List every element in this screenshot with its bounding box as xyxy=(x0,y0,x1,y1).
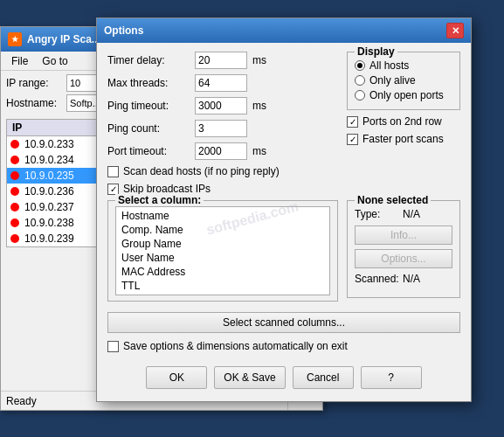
save-option-label: Save options & dimensions automatically … xyxy=(123,340,348,352)
ok-button[interactable]: OK xyxy=(146,366,207,389)
col-comp-name[interactable]: Comp. Name xyxy=(116,223,329,237)
status-dot xyxy=(10,171,19,180)
select-scanned-button[interactable]: Select scanned columns... xyxy=(107,312,460,333)
save-option-checkbox[interactable] xyxy=(107,341,119,352)
skip-broadcast-checkbox-row[interactable]: Skip broadcast IPs xyxy=(107,183,460,195)
ip-cell: 10.9.0.234 xyxy=(24,154,74,166)
scanned-value: N/A xyxy=(403,273,420,285)
faster-port-scans-checkbox-row[interactable]: Faster port scans xyxy=(347,133,460,145)
ping-count-input[interactable] xyxy=(195,120,247,137)
display-group-title: Display xyxy=(355,45,397,58)
radio-only-alive[interactable]: Only alive xyxy=(355,74,452,87)
max-threads-row: Max threads: xyxy=(107,74,338,92)
timer-delay-label: Timer delay: xyxy=(107,54,195,66)
bg-app-title: Angry IP Sca... xyxy=(27,33,100,45)
port-timeout-label: Port timeout: xyxy=(107,145,195,157)
ip-range-label: IP range: xyxy=(6,77,63,89)
status-dot xyxy=(10,156,19,164)
display-group: Display All hosts Only alive Only open p… xyxy=(347,52,460,110)
radio-all-hosts-label: All hosts xyxy=(369,59,409,72)
scan-dead-checkbox[interactable] xyxy=(107,166,119,177)
dialog-title: Options xyxy=(104,24,143,37)
none-selected-section: None selected Type: N/A Info... Options.… xyxy=(347,200,460,307)
radio-only-open[interactable]: Only open ports xyxy=(355,89,452,101)
col-ttl[interactable]: TTL xyxy=(116,279,329,293)
col-group-name[interactable]: Group Name xyxy=(116,237,329,251)
ip-cell: 10.9.0.239 xyxy=(24,232,74,245)
col-mac-address[interactable]: MAC Address xyxy=(116,265,329,279)
ping-count-row: Ping count: xyxy=(107,120,338,137)
bottom-buttons: OK OK & Save Cancel ? xyxy=(107,359,460,392)
radio-only-open-label: Only open ports xyxy=(369,89,444,101)
help-button[interactable]: ? xyxy=(361,366,422,389)
dialog-body: Timer delay: ms Max threads: Ping timeou… xyxy=(97,43,471,401)
ports-2nd-row-label: Ports on 2nd row xyxy=(362,115,442,128)
close-button[interactable]: ✕ xyxy=(446,23,464,38)
status-dot xyxy=(10,187,19,196)
timer-delay-unit: ms xyxy=(252,54,266,66)
port-timeout-input[interactable] xyxy=(195,142,247,160)
column-list-section: Select a column: Hostname Comp. Name Gro… xyxy=(107,200,338,307)
cancel-button[interactable]: Cancel xyxy=(293,366,354,389)
status-dot xyxy=(10,140,19,149)
ip-cell: 10.9.0.233 xyxy=(24,138,74,150)
type-value: N/A xyxy=(403,208,420,220)
status-text: Ready xyxy=(6,395,37,407)
radio-only-alive-label: Only alive xyxy=(369,74,416,87)
scan-dead-label: Scan dead hosts (if no ping reply) xyxy=(123,165,280,177)
ports-2nd-row-checkbox[interactable] xyxy=(347,116,358,128)
save-option-row[interactable]: Save options & dimensions automatically … xyxy=(107,340,460,352)
ping-count-label: Ping count: xyxy=(107,122,195,135)
menu-goto[interactable]: Go to xyxy=(35,53,74,69)
options-button[interactable]: Options... xyxy=(355,249,452,268)
max-threads-input[interactable] xyxy=(195,74,247,92)
radio-all-hosts[interactable]: All hosts xyxy=(355,59,452,72)
dialog-controls: ✕ xyxy=(446,23,464,38)
ping-timeout-input[interactable] xyxy=(195,97,247,114)
ip-cell: 10.9.0.236 xyxy=(24,185,74,198)
dialog-titlebar: Options ✕ xyxy=(97,18,471,43)
top-section: Timer delay: ms Max threads: Ping timeou… xyxy=(107,52,460,165)
ping-timeout-unit: ms xyxy=(252,100,266,112)
none-selected-title: None selected xyxy=(355,194,431,206)
faster-port-scans-label: Faster port scans xyxy=(362,133,444,145)
ip-cell: 10.9.0.235 xyxy=(24,170,74,182)
col-hostname[interactable]: Hostname xyxy=(116,209,329,223)
port-timeout-unit: ms xyxy=(252,145,266,157)
skip-broadcast-checkbox[interactable] xyxy=(107,184,119,195)
form-section: Timer delay: ms Max threads: Ping timeou… xyxy=(107,52,338,165)
none-selected-group: None selected Type: N/A Info... Options.… xyxy=(347,200,460,298)
faster-port-scans-checkbox[interactable] xyxy=(347,134,358,145)
ping-timeout-row: Ping timeout: ms xyxy=(107,97,338,114)
select-column-group: Select a column: Hostname Comp. Name Gro… xyxy=(107,200,338,302)
port-timeout-row: Port timeout: ms xyxy=(107,142,338,160)
column-section: Select a column: Hostname Comp. Name Gro… xyxy=(107,200,460,307)
timer-delay-input[interactable] xyxy=(195,52,247,69)
col-user-name[interactable]: User Name xyxy=(116,251,329,265)
radio-only-open-btn[interactable] xyxy=(355,90,365,101)
ip-cell: 10.9.0.237 xyxy=(24,201,74,213)
skip-broadcast-label: Skip broadcast IPs xyxy=(123,183,211,195)
scanned-row: Scanned: N/A xyxy=(355,273,452,285)
options-dialog: Options ✕ Timer delay: ms Max threads: P… xyxy=(96,17,472,402)
radio-all-hosts-btn[interactable] xyxy=(355,60,365,71)
type-label: Type: xyxy=(355,208,403,220)
type-row: Type: N/A xyxy=(355,208,452,220)
ok-save-button[interactable]: OK & Save xyxy=(214,366,285,389)
status-dot xyxy=(10,203,19,212)
menu-file[interactable]: File xyxy=(4,53,35,69)
app-icon: ★ xyxy=(8,32,22,46)
max-threads-label: Max threads: xyxy=(107,77,195,89)
ping-timeout-label: Ping timeout: xyxy=(107,100,195,112)
info-button[interactable]: Info... xyxy=(355,225,452,245)
radio-only-alive-btn[interactable] xyxy=(355,75,365,86)
ip-cell: 10.9.0.238 xyxy=(24,217,74,229)
scan-dead-checkbox-row[interactable]: Scan dead hosts (if no ping reply) xyxy=(107,165,460,177)
timer-delay-row: Timer delay: ms xyxy=(107,52,338,69)
hostname-label: Hostname: xyxy=(6,97,63,109)
ports-2nd-row-checkbox-row[interactable]: Ports on 2nd row xyxy=(347,115,460,128)
column-list: Hostname Comp. Name Group Name User Name… xyxy=(115,206,330,295)
status-dot xyxy=(10,218,19,227)
status-dot xyxy=(10,234,19,243)
display-section: Display All hosts Only alive Only open p… xyxy=(347,52,460,165)
